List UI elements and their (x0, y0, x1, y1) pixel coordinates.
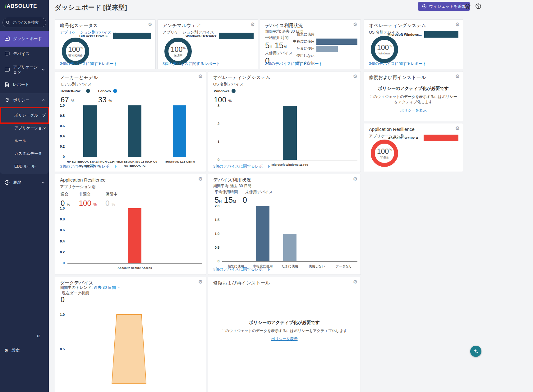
y-axis-tick: 0 (63, 261, 65, 265)
add-widget-button[interactable]: ウィジェットを追加 (418, 2, 470, 11)
chevron-down-icon (41, 181, 45, 184)
device-report-link[interactable]: 3個のデバイスに関するレポート (60, 164, 117, 169)
hbar-moderate (316, 39, 357, 45)
sidebar-collapse-button[interactable]: « (37, 332, 40, 339)
widget-title: Application Resilience (60, 177, 106, 182)
sidebar-item-applications[interactable]: アプリケーション (0, 63, 49, 76)
widget-settings-icon[interactable]: ⚙ (148, 22, 152, 27)
widget-settings-icon[interactable]: ⚙ (198, 177, 203, 182)
chevron-up-icon (41, 98, 45, 102)
device-report-link[interactable]: 3個のデバイスに関するレポート (213, 164, 271, 169)
period-label: 期間平均: 過去 30 日間 (213, 183, 251, 189)
widget-title: オペレーティングシステム (369, 23, 426, 29)
absolute-logo[interactable]: /ABSOLUTE (5, 3, 37, 9)
widget-settings-icon[interactable]: ⚙ (198, 74, 203, 79)
gear-icon: ⚙ (4, 348, 8, 353)
page-title: ダッシュボード [従来型] (55, 3, 127, 12)
windows-defender-bar (219, 33, 254, 39)
widget-subtitle: OS 名別デバイス (213, 82, 244, 87)
history-clock-icon (4, 180, 10, 185)
sidebar-item-reports[interactable]: レポート (0, 80, 49, 90)
device-search-input[interactable]: デバイスを検索 (2, 18, 46, 27)
y-axis-tick: 2 (218, 122, 219, 126)
compliance-stats: 適合 0 % 非適合 100 % 保留中 0 % (61, 191, 117, 208)
widget-device-usage-summary: デバイス利用状況 ⚙ 期間平均: 過去 30 日間 平均使用時間 5H 15M … (260, 19, 361, 69)
y-axis-tick: 1 (218, 140, 219, 144)
sidebar-subitem-applications[interactable]: アプリケーション (0, 122, 49, 135)
widget-subtitle: アプリケーション別 (60, 184, 96, 190)
widget-settings-icon[interactable]: ⚙ (455, 126, 460, 131)
stat-pending: 保留中 0 % (105, 191, 117, 208)
sidebar-item-history[interactable]: 履歴 (0, 178, 49, 187)
y-axis-tick: 1.0 (215, 232, 219, 236)
sparkle-icon (473, 348, 479, 354)
sidebar-item-dashboard[interactable]: ダッシュボード (0, 31, 49, 47)
device-report-link[interactable]: 3個のデバイスに関するレポート (369, 61, 426, 67)
chart-bar (283, 106, 297, 160)
device-report-link[interactable]: 3個のデバイスに関するレポート (163, 61, 220, 67)
widget-settings-icon[interactable]: ⚙ (353, 279, 357, 284)
bar-label: Microsoft Windows... (388, 33, 422, 36)
show-policy-link[interactable]: ポリシーを表示 (400, 108, 426, 113)
usage-stats-labels: 平均使用時間 未使用デバイス (214, 190, 273, 195)
y-axis-tick: 0.2 (60, 145, 65, 148)
widget-maker-model: メーカーとモデル ⚙ モデル別デバイス Hewlett-Pac... 67 % … (55, 71, 206, 172)
y-axis-tick: 1.0 (60, 206, 65, 210)
y-axis-tick: 1.5 (215, 218, 219, 222)
sidebar-item-settings[interactable]: ⚙ 設定 (4, 348, 20, 353)
sidebar-subitem-policy-groups[interactable]: ポリシーグループ (0, 109, 49, 122)
widget-remediation-top: 修復および再インストール ⚙ ポリシーのアクティブ化が必要です このウィジェット… (364, 71, 463, 121)
widget-settings-icon[interactable]: ⚙ (250, 22, 255, 27)
show-policy-link[interactable]: ポリシーを表示 (271, 336, 297, 342)
bar-label: BitLocker Drive E... (79, 34, 111, 38)
trend-selector: 期間中のトレンド: 過去 30 日間 (60, 285, 120, 290)
policy-activation-body: このウィジェットのデータを表示するにはポリシーをアクティブ化します (364, 94, 463, 105)
widget-os-donut: オペレーティングシステム ⚙ OS 名別デバイス 100% Windows Mi… (364, 19, 463, 69)
y-axis-tick: 0.5 (60, 347, 65, 351)
sidebar-item-policies[interactable]: ポリシー (0, 95, 49, 105)
widget-title: メーカーとモデル (60, 75, 98, 81)
os-bar-chart: 3210Microsoft Windows 11 Pro (222, 106, 357, 172)
layers-icon[interactable] (464, 3, 471, 11)
widget-title: オペレーティングシステム (213, 75, 270, 81)
widget-settings-icon[interactable]: ⚙ (353, 177, 357, 182)
sidebar-subitem-custom-data[interactable]: カスタムデータ (0, 147, 49, 160)
x-axis-label: データなし (316, 264, 372, 269)
chart-plot: 1.00.80.60.40.20 (67, 208, 202, 264)
legend-dot-blue (113, 89, 117, 93)
widget-settings-icon[interactable]: ⚙ (198, 279, 203, 284)
chart-legend: Windows 100 % (214, 89, 236, 104)
reports-icon (4, 82, 10, 87)
dashboard-icon (4, 36, 10, 42)
widget-title: デバイス利用状況 (265, 23, 303, 29)
encryption-donut: 100% 暗号化済み (62, 38, 89, 65)
dark-devices-area-chart: 1.00.5 (67, 309, 202, 384)
widget-settings-icon[interactable]: ⚙ (455, 74, 460, 79)
device-report-link[interactable]: 3個のデバイスに関するレポート (213, 267, 271, 272)
ai-assistant-button[interactable] (470, 346, 481, 357)
antimalware-donut: 100% 保護中 (164, 38, 192, 65)
microsoft-windows-bar (424, 31, 458, 38)
device-report-link[interactable]: 3個のデバイスに関するレポート (60, 61, 117, 67)
widget-title: 修復および再インストール (213, 280, 270, 286)
widget-settings-icon[interactable]: ⚙ (353, 22, 357, 27)
device-report-link[interactable]: 3個のデバイスに関するレポート (265, 61, 323, 67)
chart-bar (283, 234, 297, 261)
trend-range-dropdown[interactable]: 過去 30 日間 (94, 285, 120, 290)
help-icon[interactable] (475, 3, 481, 11)
avg-usage-label: 平均使用時間 (265, 35, 288, 40)
chart-bar (128, 208, 141, 263)
absolute-secure-access-bar (424, 135, 458, 141)
usage-stats-values: 5H 15M 0 (214, 195, 247, 205)
sidebar-item-devices[interactable]: デバイス (0, 49, 49, 59)
y-axis-tick: 3 (218, 104, 219, 108)
widget-title: Application Resilience (369, 127, 415, 132)
sidebar-subitem-edd-rules[interactable]: EDD ルール (0, 160, 49, 173)
widget-settings-icon[interactable]: ⚙ (353, 74, 357, 79)
sidebar-subitem-rules[interactable]: ルール (0, 135, 49, 147)
chart-plot: 1.00.80.60.40.20 (67, 105, 202, 157)
search-placeholder: デバイスを検索 (12, 20, 39, 25)
current-dark-value: 0 (61, 296, 65, 304)
widget-settings-icon[interactable]: ⚙ (455, 22, 460, 27)
y-axis-tick: 0.6 (60, 124, 65, 128)
